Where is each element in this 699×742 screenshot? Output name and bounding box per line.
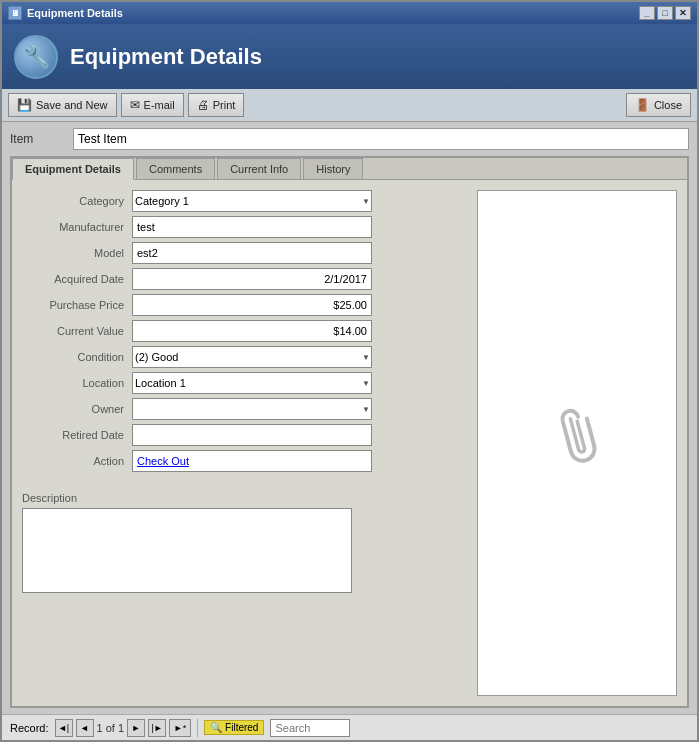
condition-select[interactable]: (1) Excellent (2) Good (3) Fair (4) Poor bbox=[132, 346, 372, 368]
model-row: Model bbox=[22, 242, 467, 264]
condition-row: Condition (1) Excellent (2) Good (3) Fai… bbox=[22, 346, 467, 368]
retired-date-input[interactable] bbox=[132, 424, 372, 446]
print-label: Print bbox=[213, 99, 236, 111]
title-bar-icon: 🖥 bbox=[8, 6, 22, 20]
owner-row: Owner ▼ bbox=[22, 398, 467, 420]
record-navigation: ◄| ◄ 1 of 1 ► |► ►* bbox=[55, 719, 192, 737]
prev-record-button[interactable]: ◄ bbox=[76, 719, 94, 737]
print-icon: 🖨 bbox=[197, 98, 209, 112]
retired-date-row: Retired Date bbox=[22, 424, 467, 446]
location-label: Location bbox=[22, 377, 132, 389]
tab-bar: Equipment Details Comments Current Info … bbox=[12, 158, 687, 180]
restore-button[interactable]: □ bbox=[657, 6, 673, 20]
category-row: Category Category 1 Category 2 ▼ bbox=[22, 190, 467, 212]
next-record-button[interactable]: ► bbox=[127, 719, 145, 737]
location-select[interactable]: Location 1 Location 2 bbox=[132, 372, 372, 394]
purchase-price-input[interactable] bbox=[132, 294, 372, 316]
status-separator bbox=[197, 719, 198, 737]
save-icon: 💾 bbox=[17, 98, 32, 112]
filter-icon: 🔍 bbox=[210, 722, 222, 733]
category-select-wrapper: Category 1 Category 2 ▼ bbox=[132, 190, 372, 212]
tab-container: Equipment Details Comments Current Info … bbox=[10, 156, 689, 708]
main-window: 🖥 Equipment Details _ □ ✕ 🔧 Equipment De… bbox=[0, 0, 699, 742]
category-label: Category bbox=[22, 195, 132, 207]
header: 🔧 Equipment Details bbox=[2, 24, 697, 89]
model-input[interactable] bbox=[132, 242, 372, 264]
location-row: Location Location 1 Location 2 ▼ bbox=[22, 372, 467, 394]
description-section: Description bbox=[22, 484, 467, 596]
close-label: Close bbox=[654, 99, 682, 111]
search-input[interactable] bbox=[270, 719, 350, 737]
tab-comments[interactable]: Comments bbox=[136, 158, 215, 179]
title-bar-controls: _ □ ✕ bbox=[639, 6, 691, 20]
condition-label: Condition bbox=[22, 351, 132, 363]
record-label: Record: bbox=[10, 722, 49, 734]
item-input[interactable] bbox=[73, 128, 689, 150]
email-button[interactable]: ✉ E-mail bbox=[121, 93, 184, 117]
filtered-label: Filtered bbox=[225, 722, 258, 733]
tab-current-info[interactable]: Current Info bbox=[217, 158, 301, 179]
owner-select[interactable] bbox=[132, 398, 372, 420]
item-row: Item bbox=[10, 128, 689, 150]
tab-content-equipment-details: Category Category 1 Category 2 ▼ Manufac… bbox=[12, 180, 687, 706]
retired-date-label: Retired Date bbox=[22, 429, 132, 441]
model-label: Model bbox=[22, 247, 132, 259]
category-select[interactable]: Category 1 Category 2 bbox=[132, 190, 372, 212]
close-button[interactable]: 🚪 Close bbox=[626, 93, 691, 117]
condition-select-wrapper: (1) Excellent (2) Good (3) Fair (4) Poor… bbox=[132, 346, 372, 368]
owner-label: Owner bbox=[22, 403, 132, 415]
item-label: Item bbox=[10, 132, 65, 146]
action-container: Check Out bbox=[132, 450, 372, 472]
owner-select-wrapper: ▼ bbox=[132, 398, 372, 420]
purchase-price-label: Purchase Price bbox=[22, 299, 132, 311]
current-value-row: Current Value bbox=[22, 320, 467, 342]
new-record-button[interactable]: ►* bbox=[169, 719, 191, 737]
location-select-wrapper: Location 1 Location 2 ▼ bbox=[132, 372, 372, 394]
manufacturer-row: Manufacturer bbox=[22, 216, 467, 238]
filtered-badge[interactable]: 🔍 Filtered bbox=[204, 720, 264, 735]
email-label: E-mail bbox=[144, 99, 175, 111]
description-label: Description bbox=[22, 492, 467, 504]
check-out-link[interactable]: Check Out bbox=[137, 455, 189, 467]
save-new-label: Save and New bbox=[36, 99, 108, 111]
close-icon: 🚪 bbox=[635, 98, 650, 112]
current-value-label: Current Value bbox=[22, 325, 132, 337]
purchase-price-row: Purchase Price bbox=[22, 294, 467, 316]
tab-equipment-details[interactable]: Equipment Details bbox=[12, 158, 134, 180]
title-bar-text: Equipment Details bbox=[27, 7, 123, 19]
email-icon: ✉ bbox=[130, 98, 140, 112]
action-row: Action Check Out bbox=[22, 450, 467, 472]
image-panel bbox=[477, 190, 677, 696]
manufacturer-input[interactable] bbox=[132, 216, 372, 238]
tab-history[interactable]: History bbox=[303, 158, 363, 179]
action-label: Action bbox=[22, 455, 132, 467]
form-section: Category Category 1 Category 2 ▼ Manufac… bbox=[22, 190, 467, 696]
header-title: Equipment Details bbox=[70, 44, 262, 70]
record-info: 1 of 1 bbox=[97, 722, 125, 734]
first-record-button[interactable]: ◄| bbox=[55, 719, 73, 737]
close-window-button[interactable]: ✕ bbox=[675, 6, 691, 20]
acquired-date-row: Acquired Date bbox=[22, 268, 467, 290]
minimize-button[interactable]: _ bbox=[639, 6, 655, 20]
save-and-new-button[interactable]: 💾 Save and New bbox=[8, 93, 117, 117]
description-textarea[interactable] bbox=[22, 508, 352, 593]
acquired-date-input[interactable] bbox=[132, 268, 372, 290]
header-icon: 🔧 bbox=[14, 35, 58, 79]
acquired-date-label: Acquired Date bbox=[22, 273, 132, 285]
print-button[interactable]: 🖨 Print bbox=[188, 93, 245, 117]
paperclip-icon bbox=[547, 400, 606, 487]
current-value-input[interactable] bbox=[132, 320, 372, 342]
title-bar: 🖥 Equipment Details _ □ ✕ bbox=[2, 2, 697, 24]
last-record-button[interactable]: |► bbox=[148, 719, 166, 737]
status-bar: Record: ◄| ◄ 1 of 1 ► |► ►* 🔍 Filtered bbox=[2, 714, 697, 740]
manufacturer-label: Manufacturer bbox=[22, 221, 132, 233]
content-area: Item Equipment Details Comments Current … bbox=[2, 122, 697, 714]
toolbar: 💾 Save and New ✉ E-mail 🖨 Print 🚪 Close bbox=[2, 89, 697, 122]
